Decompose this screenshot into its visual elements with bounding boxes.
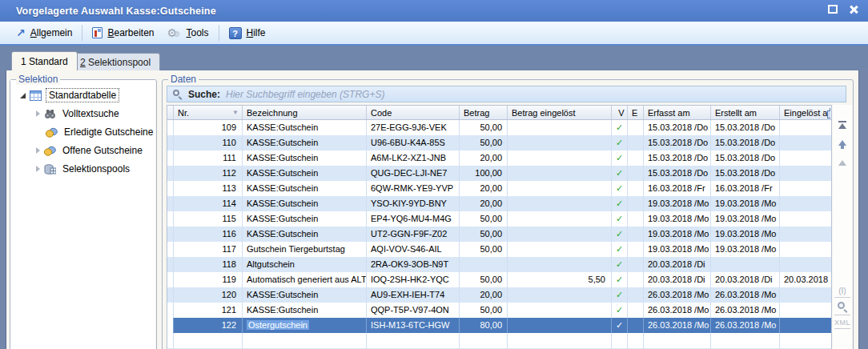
cell-eingeloest_am[interactable]	[780, 287, 830, 303]
cell-betrag_eingeloest[interactable]	[508, 287, 612, 303]
zoom-search-button[interactable]	[837, 301, 848, 312]
cell-nr[interactable]: 117	[174, 242, 243, 257]
cell-nr[interactable]: 122	[174, 318, 243, 333]
info-button[interactable]: (I)	[834, 285, 850, 298]
cell-erstellt_am[interactable]: 15.03.2018 /Do	[711, 150, 780, 166]
cell-code[interactable]: A6M-LK2-XZ1-JNB	[367, 150, 460, 166]
cell-betrag_eingeloest[interactable]	[508, 242, 612, 257]
cell-v[interactable]: ✓	[612, 242, 628, 257]
cell-erstellt_am[interactable]: 19.03.2018 /Mo	[711, 242, 780, 257]
cell-nr[interactable]: 118	[174, 257, 243, 272]
cell-betrag_eingeloest[interactable]	[508, 303, 612, 318]
cell-eingeloest_am[interactable]	[780, 257, 830, 272]
cell-e[interactable]	[628, 211, 644, 227]
cell-e[interactable]	[628, 287, 644, 303]
cell-code[interactable]: U96-6BU-K4A-85S	[367, 135, 460, 150]
cell-code[interactable]: AQI-VOV-S46-AIL	[367, 242, 460, 257]
table-row[interactable]: 122OstergutscheinISH-M13-6TC-HGW80,00✓26…	[167, 318, 831, 333]
cell-erfasst_am[interactable]: 26.03.2018 /Mo	[644, 318, 711, 333]
tree-item-selektionspools[interactable]: Selektionspools	[36, 162, 132, 176]
cell-erfasst_am[interactable]: 16.03.2018 /Fr	[644, 181, 711, 196]
tab-selektionspool[interactable]: 2 Selektionspool	[70, 53, 160, 70]
table-row[interactable]: 109KASSE:Gutschein27E-EGG-9J6-VEK50,00✓1…	[167, 120, 831, 135]
tree-item-standardtabelle[interactable]: Standardtabelle	[20, 88, 119, 102]
cell-betrag_eingeloest[interactable]	[508, 318, 612, 333]
cell-v[interactable]: ✓	[612, 287, 628, 303]
cell-erstellt_am[interactable]: 15.03.2018 /Do	[711, 135, 780, 150]
cell-erstellt_am[interactable]: 19.03.2018 /Mo	[711, 211, 780, 227]
cell-erfasst_am[interactable]: 26.03.2018 /Mo	[644, 303, 711, 318]
column-header-betrag-eingeloest[interactable]: Betrag eingelöst	[508, 106, 612, 119]
cell-betrag_eingeloest[interactable]	[508, 227, 612, 242]
cell-betrag[interactable]: 50,00	[460, 303, 508, 318]
cell-bezeichnung[interactable]: KASSE:Gutschein	[243, 227, 367, 242]
cell-e[interactable]	[628, 135, 644, 150]
cell-v[interactable]: ✓	[612, 303, 628, 318]
restore-window-button[interactable]	[826, 4, 839, 16]
cell-bezeichnung[interactable]: KASSE:Gutschein	[243, 287, 367, 303]
cell-nr[interactable]: 121	[174, 303, 243, 318]
cell-bezeichnung[interactable]: Altgutschein	[243, 257, 367, 272]
cell-e[interactable]	[628, 272, 644, 287]
table-row[interactable]: 120KASSE:GutscheinAU9-EXH-IEH-T7420,00✓2…	[167, 287, 831, 303]
column-header-erstellt-am[interactable]: Erstellt am	[711, 106, 780, 119]
cell-betrag_eingeloest[interactable]	[508, 211, 612, 227]
cell-eingeloest_am[interactable]	[780, 211, 830, 227]
cell-nr[interactable]: 119	[174, 272, 243, 287]
collapsed-arrow-icon[interactable]	[36, 166, 40, 172]
close-button[interactable]	[847, 4, 860, 16]
cell-betrag[interactable]	[460, 257, 508, 272]
table-row[interactable]: 121KASSE:GutscheinQQP-T5P-V97-4ON50,00✓2…	[167, 303, 831, 318]
cell-erfasst_am[interactable]: 19.03.2018 /Mo	[644, 242, 711, 257]
cell-e[interactable]	[628, 318, 644, 333]
cell-code[interactable]: 27E-EGG-9J6-VEK	[367, 120, 460, 135]
cell-betrag_eingeloest[interactable]	[508, 166, 612, 181]
cell-bezeichnung[interactable]: KASSE:Gutschein	[243, 166, 367, 181]
cell-bezeichnung[interactable]: KASSE:Gutschein	[243, 303, 367, 318]
cell-erstellt_am[interactable]: 19.03.2018 /Mo	[711, 227, 780, 242]
column-header-erfasst-am[interactable]: Erfasst am	[644, 106, 711, 119]
cell-betrag[interactable]: 50,00	[460, 272, 508, 287]
cell-nr[interactable]: 112	[174, 166, 243, 181]
cell-code[interactable]: QUG-DEC-LJI-NE7	[367, 166, 460, 181]
column-header-code[interactable]: Code	[367, 106, 460, 119]
cell-v[interactable]: ✓	[612, 120, 628, 135]
cell-erstellt_am[interactable]: 26.03.2018 /Mo	[711, 287, 780, 303]
cell-code[interactable]: IOQ-2SH-HK2-YQC	[367, 272, 460, 287]
cell-betrag_eingeloest[interactable]: 5,50	[508, 272, 612, 287]
cell-eingeloest_am[interactable]	[780, 318, 830, 333]
collapsed-arrow-icon[interactable]	[36, 147, 40, 154]
expanded-arrow-icon[interactable]	[20, 93, 26, 98]
cell-betrag_eingeloest[interactable]	[508, 135, 612, 150]
table-row[interactable]: 115KASSE:GutscheinEP4-YQ6-MU4-M4G50,00✓1…	[167, 211, 831, 227]
cell-erfasst_am[interactable]: 26.03.2018 /Mo	[644, 287, 711, 303]
cell-v[interactable]: ✓	[612, 257, 628, 272]
cell-code[interactable]: ISH-M13-6TC-HGW	[367, 318, 460, 333]
cell-betrag_eingeloest[interactable]	[508, 257, 612, 272]
menu-tools[interactable]: ⚙⚙ Tools	[161, 25, 215, 42]
cell-bezeichnung[interactable]: Automatisch generiert aus ALT	[243, 272, 367, 287]
cell-eingeloest_am[interactable]	[780, 242, 830, 257]
menu-allgemein[interactable]: ↗ Allgemein	[10, 25, 78, 41]
cell-nr[interactable]: 120	[174, 287, 243, 303]
column-header-eingeloest-am[interactable]: Eingelöst a	[780, 106, 830, 119]
menu-hilfe[interactable]: ? Hilfe	[223, 25, 272, 42]
cell-nr[interactable]: 111	[174, 150, 243, 166]
cell-erstellt_am[interactable]: 19.03.2018 /Mo	[711, 196, 780, 211]
cell-erstellt_am[interactable]	[711, 257, 780, 272]
cell-betrag[interactable]: 50,00	[460, 242, 508, 257]
cell-betrag[interactable]: 20,00	[460, 287, 508, 303]
cell-erfasst_am[interactable]: 15.03.2018 /Do	[644, 166, 711, 181]
cell-e[interactable]	[628, 166, 644, 181]
cell-eingeloest_am[interactable]	[780, 303, 830, 318]
cell-v[interactable]: ✓	[612, 135, 628, 150]
cell-betrag[interactable]: 50,00	[460, 227, 508, 242]
cell-bezeichnung[interactable]: Gutschein Tiergeburtstag	[243, 242, 367, 257]
cell-erfasst_am[interactable]: 19.03.2018 /Mo	[644, 196, 711, 211]
cell-bezeichnung[interactable]: KASSE:Gutschein	[243, 181, 367, 196]
cell-erfasst_am[interactable]: 15.03.2018 /Do	[644, 135, 711, 150]
table-row[interactable]: 119Automatisch generiert aus ALTIOQ-2SH-…	[167, 272, 831, 287]
cell-eingeloest_am[interactable]	[780, 150, 830, 166]
cell-betrag[interactable]: 50,00	[460, 120, 508, 135]
cell-bezeichnung[interactable]: KASSE:Gutschein	[243, 196, 367, 211]
